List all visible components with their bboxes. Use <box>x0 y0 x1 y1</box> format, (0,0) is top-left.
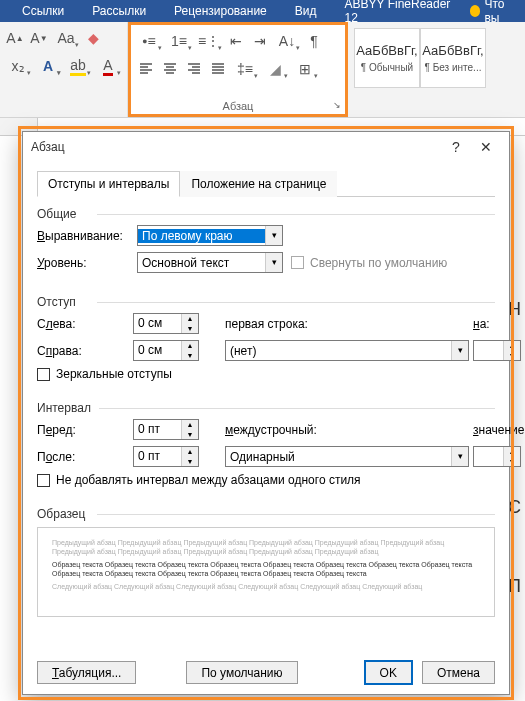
preview-box: Предыдущий абзац Предыдущий абзац Предыд… <box>37 527 495 617</box>
style-normal[interactable]: АаБбВвГг, ¶ Обычный <box>354 28 420 88</box>
no-space-same-style-checkbox[interactable]: Не добавлять интервал между абзацами одн… <box>37 473 495 487</box>
tab-view[interactable]: Вид <box>281 1 331 21</box>
section-spacing: Интервал <box>37 401 495 415</box>
chevron-down-icon[interactable]: ▾ <box>451 341 468 360</box>
line-spacing-button[interactable]: ‡≡ <box>231 58 259 80</box>
decrease-indent-button[interactable]: ⇤ <box>225 30 247 52</box>
help-button[interactable]: ? <box>441 132 471 162</box>
align-right-button[interactable] <box>183 58 205 80</box>
subscript-button[interactable]: x₂ <box>4 55 32 77</box>
bulb-icon <box>470 5 481 17</box>
paragraph-group-launcher[interactable]: ↘ <box>331 99 343 111</box>
chevron-down-icon[interactable]: ▾ <box>451 447 468 466</box>
justify-button[interactable] <box>207 58 229 80</box>
first-line-combo[interactable]: (нет) ▾ <box>225 340 469 361</box>
text-effects-button[interactable]: A <box>34 55 62 77</box>
align-left-button[interactable] <box>135 58 157 80</box>
align-center-button[interactable] <box>159 58 181 80</box>
paragraph-group: ⦁≡ 1≡ ≡⋮ ⇤ ⇥ A↓ ¶ ‡≡ ◢ ⊞ Абзац <box>128 22 348 117</box>
sort-button[interactable]: A↓ <box>273 30 301 52</box>
line-spacing-combo[interactable]: Одинарный ▾ <box>225 446 469 467</box>
indent-by-spinner[interactable]: ▲▼ <box>473 340 521 361</box>
collapsed-checkbox: Свернуты по умолчанию <box>291 256 519 270</box>
show-marks-button[interactable]: ¶ <box>303 30 325 52</box>
first-line-label: первая строка: <box>225 317 345 331</box>
change-case-button[interactable]: Aa <box>52 27 80 49</box>
line-spacing-label: междустрочный: <box>225 423 345 437</box>
spacing-after-spinner[interactable]: 0 пт ▲▼ <box>133 446 199 467</box>
ok-button[interactable]: OK <box>365 661 412 684</box>
dialog-tabs: Отступы и интервалы Положение на страниц… <box>37 170 495 197</box>
styles-group: АаБбВвГг, ¶ Обычный АаБбВвГг, ¶ Без инте… <box>348 22 492 117</box>
clear-formatting-button[interactable]: ◆ <box>82 27 104 49</box>
tab-page-position[interactable]: Положение на странице <box>180 171 337 197</box>
spacing-at-spinner[interactable]: ▲▼ <box>473 446 521 467</box>
multilevel-button[interactable]: ≡⋮ <box>195 30 223 52</box>
dialog-titlebar: Абзац ? ✕ <box>23 132 509 162</box>
indent-left-label: Слева: <box>37 317 129 331</box>
font-color-button[interactable]: A <box>94 55 122 77</box>
set-default-button[interactable]: По умолчанию <box>186 661 297 684</box>
shading-button[interactable]: ◢ <box>261 58 289 80</box>
dialog-buttons: Табуляция... По умолчанию OK Отмена <box>37 661 495 684</box>
section-indent: Отступ <box>37 295 495 309</box>
mirror-indents-checkbox[interactable]: Зеркальные отступы <box>37 367 495 381</box>
level-label: Уровень: <box>37 256 129 270</box>
indent-right-spinner[interactable]: 0 см ▲▼ <box>133 340 199 361</box>
spacing-before-spinner[interactable]: 0 пт ▲▼ <box>133 419 199 440</box>
chevron-down-icon[interactable]: ▾ <box>265 253 282 272</box>
chevron-down-icon[interactable]: ▾ <box>265 226 282 245</box>
font-group: A▲ A▼ Aa ◆ x₂ A ab A <box>0 22 128 117</box>
level-combo[interactable]: Основной текст ▾ <box>137 252 283 273</box>
tab-mailings[interactable]: Рассылки <box>78 1 160 21</box>
alignment-combo[interactable]: По левому краю ▾ <box>137 225 283 246</box>
increase-indent-button[interactable]: ⇥ <box>249 30 271 52</box>
cancel-button[interactable]: Отмена <box>422 661 495 684</box>
grow-font-button[interactable]: A▲ <box>4 27 26 49</box>
numbering-button[interactable]: 1≡ <box>165 30 193 52</box>
spacing-before-label: Перед: <box>37 423 129 437</box>
close-button[interactable]: ✕ <box>471 132 501 162</box>
tab-review[interactable]: Рецензирование <box>160 1 281 21</box>
borders-button[interactable]: ⊞ <box>291 58 319 80</box>
dialog-title: Абзац <box>31 140 441 154</box>
indent-right-label: Справа: <box>37 344 129 358</box>
tab-references[interactable]: Ссылки <box>8 1 78 21</box>
indent-left-spinner[interactable]: 0 см ▲▼ <box>133 313 199 334</box>
indent-by-label: на: <box>473 317 521 331</box>
spacing-after-label: После: <box>37 450 129 464</box>
paragraph-dialog: Абзац ? ✕ Отступы и интервалы Положение … <box>22 131 510 695</box>
alignment-label: Выравнивание: <box>37 229 129 243</box>
highlight-button[interactable]: ab <box>64 55 92 77</box>
tabs-button[interactable]: Табуляция... <box>37 661 136 684</box>
style-no-spacing[interactable]: АаБбВвГг, ¶ Без инте... <box>420 28 486 88</box>
ribbon-tabs: Ссылки Рассылки Рецензирование Вид ABBYY… <box>0 0 525 22</box>
shrink-font-button[interactable]: A▼ <box>28 27 50 49</box>
tab-indents-spacing[interactable]: Отступы и интервалы <box>37 171 180 197</box>
bullets-button[interactable]: ⦁≡ <box>135 30 163 52</box>
paragraph-group-label: Абзац <box>131 100 345 112</box>
section-general: Общие <box>37 207 495 221</box>
section-preview: Образец <box>37 507 495 521</box>
spacing-at-label: значение: <box>473 423 521 437</box>
ribbon-body: A▲ A▼ Aa ◆ x₂ A ab A ⦁≡ 1≡ ≡⋮ ⇤ ⇥ A↓ ¶ <box>0 22 525 118</box>
